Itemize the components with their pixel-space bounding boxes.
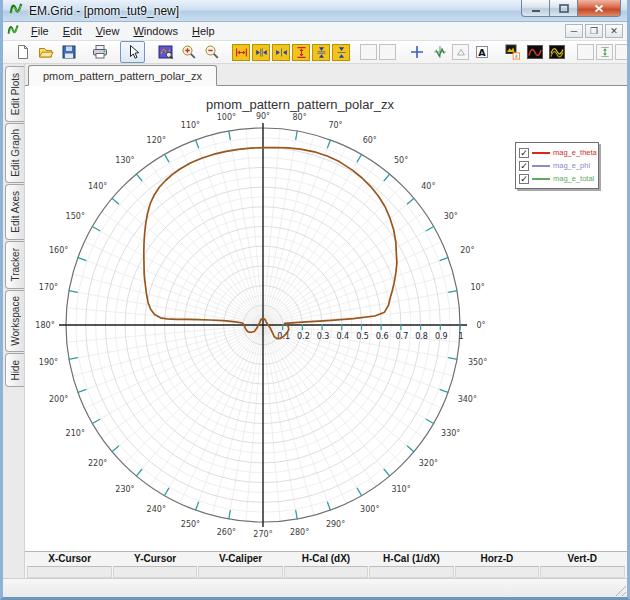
svg-text:90°: 90°	[256, 112, 270, 121]
axes-curve-button[interactable]	[429, 42, 450, 62]
tab-strip: pmom_pattern_pattern_polar_zx	[25, 64, 627, 86]
legend-label: mag_e_phi	[553, 161, 590, 170]
svg-text:220°: 220°	[88, 459, 107, 468]
zoom-in-button[interactable]	[178, 42, 199, 62]
close-button[interactable]	[578, 0, 621, 17]
open-file-button[interactable]	[35, 42, 56, 62]
svg-text:140°: 140°	[88, 182, 107, 191]
svg-text:100°: 100°	[217, 113, 236, 122]
menu-file[interactable]: File	[24, 23, 56, 39]
resize-grip[interactable]	[613, 583, 626, 596]
svg-text:110°: 110°	[181, 121, 200, 130]
menu-view[interactable]: View	[89, 23, 127, 39]
sidebar-tab-edit-graph[interactable]: Edit Graph	[5, 123, 24, 183]
status-bar	[3, 578, 627, 597]
mdi-close-button[interactable]: ✕	[605, 24, 623, 38]
svg-text:250°: 250°	[181, 520, 200, 529]
vgap-a-button	[577, 44, 594, 60]
readout-value	[540, 566, 625, 578]
svg-text:260°: 260°	[217, 528, 236, 537]
svg-text:1: 1	[458, 332, 463, 341]
svg-text:40°: 40°	[421, 182, 435, 191]
legend-entry-mag_e_phi: ✓mag_e_phi	[519, 159, 595, 172]
pointer-tool-button[interactable]	[120, 41, 145, 63]
new-document-button[interactable]	[12, 42, 33, 62]
svg-text:0.9: 0.9	[435, 332, 448, 341]
mdi-restore-button[interactable]: ❐	[585, 24, 603, 38]
sidebar-tab-label: Edit Graph	[10, 129, 21, 177]
sidebar-tab-label: Edit Plots	[10, 73, 21, 115]
readout-value	[455, 566, 540, 578]
readout-value	[198, 566, 283, 578]
svg-text:230°: 230°	[115, 485, 134, 494]
sidebar-tab-workspace[interactable]: Workspace	[5, 290, 24, 352]
app-logo-icon	[9, 1, 24, 20]
svg-text:0.7: 0.7	[396, 332, 409, 341]
sidebar-tab-label: Tracker	[10, 248, 21, 282]
svg-text:A: A	[478, 47, 486, 58]
readout-header: V-Caliper	[198, 553, 283, 566]
compress-y-button[interactable]	[332, 44, 350, 61]
readout-value	[369, 566, 454, 578]
svg-text:170°: 170°	[39, 283, 58, 292]
svg-text:310°: 310°	[391, 485, 410, 494]
legend-line-swatch	[532, 165, 550, 167]
curve-style-yellow-button[interactable]	[547, 43, 567, 61]
mdi-minimize-button[interactable]: ─	[565, 24, 583, 38]
menu-help[interactable]: Help	[185, 23, 222, 39]
widen-x-button[interactable]	[252, 44, 270, 61]
svg-text:80°: 80°	[292, 113, 306, 122]
svg-text:320°: 320°	[419, 459, 438, 468]
svg-text:300°: 300°	[360, 505, 379, 514]
sidebar-tab-tracker[interactable]: Tracker	[5, 241, 24, 289]
svg-text:70°: 70°	[328, 121, 342, 130]
svg-text:20°: 20°	[460, 246, 474, 255]
legend-label: mag_e_theta	[553, 148, 597, 157]
svg-text:330°: 330°	[441, 429, 460, 438]
sidebar-tab-hide[interactable]: Hide	[5, 353, 24, 387]
legend-label: mag_e_total	[553, 174, 594, 183]
maximize-button[interactable]	[550, 0, 578, 17]
sidebar-tab-label: Edit Axes	[10, 191, 21, 233]
legend-line-swatch	[532, 178, 550, 180]
svg-text:30°: 30°	[444, 212, 458, 221]
svg-text:200°: 200°	[49, 395, 68, 404]
sidebar-tab-edit-plots[interactable]: Edit Plots	[5, 66, 24, 122]
svg-text:180°: 180°	[35, 321, 54, 330]
vgap-b-button	[615, 44, 627, 60]
legend-line-swatch	[532, 152, 550, 154]
minimize-button[interactable]	[521, 0, 550, 17]
print-button[interactable]	[89, 42, 110, 62]
zoom-window-button[interactable]	[155, 42, 176, 62]
expand-x-button[interactable]	[232, 44, 250, 61]
sidebar-tab-label: Workspace	[10, 296, 21, 346]
legend-checkbox[interactable]: ✓	[519, 148, 529, 158]
widen-y-button[interactable]	[312, 44, 330, 61]
sidebar-tab-label: Hide	[10, 360, 21, 381]
tab-pmom-pattern-polar-zx[interactable]: pmom_pattern_pattern_polar_zx	[28, 65, 217, 86]
readout-header: Y-Cursor	[112, 553, 197, 566]
save-button[interactable]	[58, 42, 79, 62]
compress-x-button[interactable]	[272, 44, 290, 61]
legend-checkbox[interactable]: ✓	[519, 174, 529, 184]
zoom-out-button[interactable]	[201, 42, 222, 62]
delta-marker-button	[452, 44, 469, 60]
text-label-button[interactable]: A	[471, 42, 492, 62]
menu-windows[interactable]: Windows	[126, 23, 185, 39]
readout-value	[27, 566, 112, 578]
image-style-button[interactable]	[502, 42, 523, 62]
sidebar-tab-edit-axes[interactable]: Edit Axes	[5, 184, 24, 240]
svg-text:120°: 120°	[147, 136, 166, 145]
curve-style-red-button[interactable]	[525, 43, 545, 61]
svg-text:0.5: 0.5	[356, 332, 369, 341]
menu-edit[interactable]: Edit	[56, 23, 89, 39]
svg-text:350°: 350°	[468, 358, 487, 367]
svg-text:240°: 240°	[147, 505, 166, 514]
expand-y-button[interactable]	[292, 44, 310, 61]
legend-entry-mag_e_theta: ✓mag_e_theta	[519, 146, 595, 159]
menu-bar: FileEditViewWindowsHelp ─ ❐ ✕	[3, 22, 627, 41]
svg-text:160°: 160°	[49, 246, 68, 255]
crosshair-button[interactable]	[406, 42, 427, 62]
legend: ✓mag_e_theta✓mag_e_phi✓mag_e_total	[515, 142, 599, 189]
legend-checkbox[interactable]: ✓	[519, 161, 529, 171]
